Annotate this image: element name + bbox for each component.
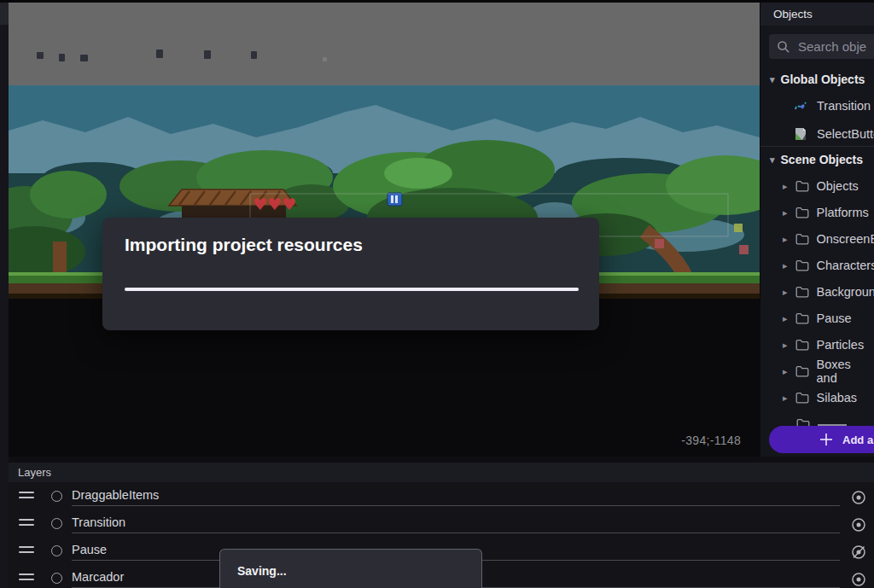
folder-icon — [795, 207, 809, 218]
folder-label: Background — [817, 285, 874, 299]
chevron-right-icon: ▸ — [783, 393, 788, 403]
add-object-button-label: Add a — [842, 434, 873, 446]
folder-row-pause[interactable]: ▸ Pause — [760, 308, 874, 329]
drag-handle-icon[interactable] — [19, 492, 34, 502]
objects-panel: Objects ▾ Global Objects Transition Sele… — [760, 3, 874, 457]
folder-row-onscreenbuttons[interactable]: ▸ OnscreenBu — [760, 229, 874, 249]
saving-toast: Saving... — [219, 549, 482, 588]
add-object-button[interactable]: Add a — [769, 426, 874, 453]
drag-handle-icon[interactable] — [19, 546, 34, 556]
saving-toast-message: Saving... — [237, 564, 287, 578]
folder-icon — [795, 339, 809, 351]
hearts-sprite[interactable]: ♥ ♥ ♥ — [253, 195, 296, 213]
folder-row-backgrounds[interactable]: ▸ Background — [760, 282, 874, 302]
chevron-right-icon: ▸ — [783, 288, 788, 297]
layer-radio-button[interactable] — [51, 518, 62, 529]
layer-row-draggableitems: DraggableItems — [9, 483, 874, 510]
folder-icon — [795, 233, 809, 245]
eye-hidden-icon[interactable] — [850, 542, 871, 562]
folder-row-characters[interactable]: ▸ Characters — [760, 255, 874, 276]
layer-radio-button[interactable] — [51, 573, 62, 584]
section-scene-objects[interactable]: ▾ Scene Objects — [760, 151, 874, 168]
folder-label: OnscreenBu — [817, 232, 874, 246]
folder-label: Particles — [817, 338, 865, 352]
svg-text:♥: ♥ — [253, 195, 267, 213]
left-edge-strip — [0, 3, 9, 588]
chevron-right-icon: ▸ — [783, 261, 788, 271]
layer-name-field[interactable]: DraggableItems — [72, 486, 840, 506]
folder-row-silabas[interactable]: ▸ Silabas — [760, 387, 874, 408]
pause-button-sprite[interactable] — [387, 193, 402, 206]
search-objects-field[interactable] — [769, 34, 874, 59]
section-label: Global Objects — [781, 73, 865, 86]
objects-panel-title: Objects — [760, 3, 874, 26]
object-item-transition[interactable]: Transition — [760, 96, 874, 115]
object-item-selectbutton[interactable]: SelectButto — [760, 125, 874, 143]
folder-row-platforms[interactable]: ▸ Platforms — [760, 202, 874, 223]
import-progress-fill — [125, 288, 579, 291]
search-objects-input[interactable] — [798, 39, 874, 54]
transition-thumbnail-icon — [793, 98, 808, 114]
plus-icon — [819, 432, 834, 447]
folder-label: Pause — [817, 311, 852, 325]
drag-handle-icon[interactable] — [19, 519, 34, 529]
folder-label: Characters — [817, 259, 874, 272]
gdevelop-scene-editor: ♥ ♥ ♥ -39 — [0, 0, 874, 588]
folder-icon — [795, 312, 809, 324]
left-edge-strip-top — [0, 3, 9, 25]
chevron-right-icon: ▸ — [783, 235, 788, 244]
folder-icon — [795, 392, 809, 404]
layer-radio-button[interactable] — [51, 491, 62, 502]
chevron-right-icon: ▸ — [783, 367, 788, 376]
collapse-down-icon: ▾ — [770, 155, 775, 165]
eye-visibility-icon[interactable] — [850, 487, 871, 508]
folder-row-objects[interactable]: ▸ Objects — [760, 176, 874, 196]
folder-icon — [795, 286, 809, 298]
svg-text:♥: ♥ — [267, 195, 282, 213]
layers-panel-title: Layers — [9, 463, 874, 482]
folder-row-boxes[interactable]: ▸ Boxes and — [760, 361, 874, 381]
layer-name-field[interactable]: Transition — [72, 513, 840, 533]
folder-label: Silabas — [817, 391, 858, 405]
folder-label: Objects — [817, 179, 859, 193]
section-global-objects[interactable]: ▾ Global Objects — [760, 71, 874, 88]
dialog-title: Importing project resources — [125, 235, 363, 255]
folder-row-particles[interactable]: ▸ Particles — [760, 335, 874, 355]
eye-visibility-icon[interactable] — [850, 569, 871, 588]
layer-radio-button[interactable] — [51, 545, 62, 556]
svg-text:♥: ♥ — [282, 195, 296, 213]
section-label: Scene Objects — [781, 153, 864, 166]
search-icon — [777, 40, 790, 54]
layer-row-transition: Transition — [9, 510, 874, 538]
folder-label: Boxes and — [817, 358, 874, 385]
chevron-right-icon: ▸ — [783, 314, 788, 323]
object-item-label: Transition — [817, 99, 871, 113]
folder-icon — [795, 180, 809, 192]
chevron-right-icon: ▸ — [783, 182, 788, 191]
folder-label: Platforms — [817, 206, 869, 219]
select-button-thumbnail-icon — [793, 126, 808, 142]
chevron-right-icon: ▸ — [783, 341, 788, 350]
import-progress-track — [125, 288, 579, 291]
folder-icon — [795, 365, 809, 377]
folder-icon — [795, 259, 809, 271]
drag-handle-icon[interactable] — [19, 573, 34, 584]
cursor-coordinates: -394;-1148 — [681, 434, 741, 447]
eye-visibility-icon[interactable] — [850, 515, 871, 535]
import-resources-dialog: Importing project resources — [102, 218, 599, 330]
object-item-label: SelectButto — [817, 127, 874, 141]
collapse-down-icon: ▾ — [770, 75, 775, 84]
chevron-right-icon: ▸ — [783, 208, 788, 218]
section-divider — [760, 146, 874, 147]
